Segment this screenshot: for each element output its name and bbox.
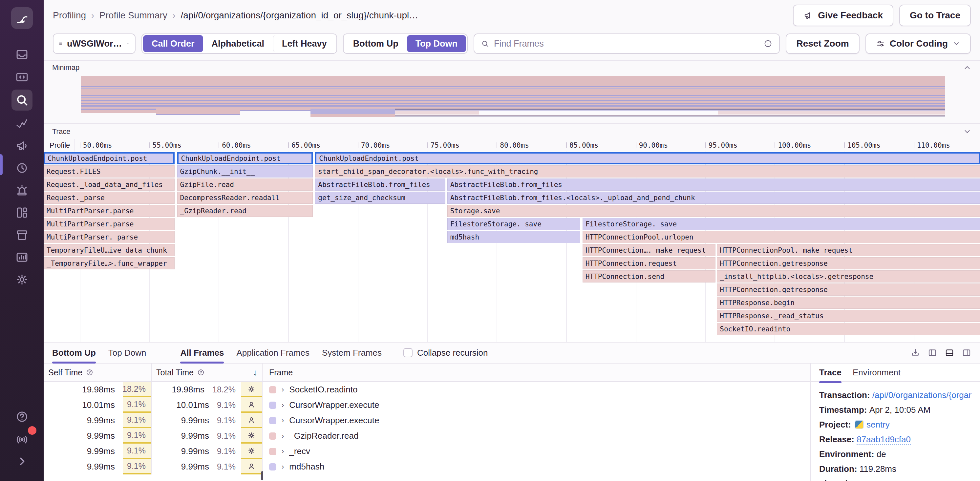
self-time-header[interactable]: Self Time: [44, 364, 152, 381]
flame-frame[interactable]: FilestoreStorage._save: [582, 218, 980, 230]
total-time-header[interactable]: Total Time ↓: [152, 364, 262, 381]
frame-name-cell[interactable]: ›_recv: [262, 444, 810, 459]
sidebar-item-explore[interactable]: [11, 90, 32, 111]
flame-frame[interactable]: get_size_and_checksum: [315, 192, 445, 204]
sidebar-item-feedback[interactable]: [11, 136, 32, 155]
minimap[interactable]: [44, 74, 980, 123]
frame-name-cell[interactable]: ›_GzipReader.read: [262, 428, 810, 444]
flame-frame[interactable]: GzipFile.read: [177, 178, 313, 190]
flame-frame[interactable]: Request._load_data_and_files: [44, 178, 175, 190]
flame-frame[interactable]: SocketIO.readinto: [717, 323, 980, 335]
flame-frame[interactable]: FilestoreStorage._save: [447, 218, 580, 230]
flame-frame[interactable]: AbstractFileBlob.from_files: [315, 178, 445, 190]
reset-zoom-button[interactable]: Reset Zoom: [786, 33, 859, 54]
flame-frame[interactable]: HTTPConnection.getresponse: [717, 257, 980, 269]
frame-header[interactable]: Frame: [262, 364, 810, 381]
table-row[interactable]: 9.99ms9.1%9.99ms9.1%›CursorWrapper.execu…: [44, 413, 810, 428]
sidebar-item-stats[interactable]: [11, 248, 32, 267]
flame-frame[interactable]: HTTPResponse.begin: [717, 297, 980, 309]
scrollbar-thumb[interactable]: [261, 471, 263, 480]
layout-bottom-icon[interactable]: [945, 348, 955, 358]
flame-frame[interactable]: HTTPConnection.getresponse: [717, 284, 980, 295]
expand-chevron-icon[interactable]: ›: [282, 447, 284, 456]
breadcrumb-profile-summary[interactable]: Profile Summary: [99, 10, 167, 21]
flame-frame[interactable]: start_child_span_decorator.<locals>.func…: [315, 165, 980, 178]
flame-frame[interactable]: MultiPartParser.parse: [44, 205, 175, 217]
expand-chevron-icon[interactable]: ›: [282, 463, 284, 471]
flame-frame[interactable]: Request._parse: [44, 192, 175, 204]
sidebar-item-issues[interactable]: [11, 45, 32, 64]
flame-frame[interactable]: HTTPConnection…._make_request: [582, 244, 716, 256]
flame-frame[interactable]: HTTPConnectionPool.urlopen: [582, 231, 980, 243]
find-frames-input[interactable]: [494, 39, 759, 49]
tab-application-frames[interactable]: Application Frames: [236, 342, 310, 363]
expand-chevron-icon[interactable]: ›: [282, 386, 284, 394]
flame-frame[interactable]: TemporaryFileU…ive_data_chunk: [44, 244, 175, 256]
give-feedback-button[interactable]: Give Feedback: [793, 5, 893, 26]
tab-top-down[interactable]: Top Down: [108, 342, 146, 363]
flame-frame[interactable]: ChunkUploadEndpoint.post: [315, 152, 980, 164]
collapse-recursion-checkbox[interactable]: [403, 348, 412, 357]
expand-chevron-icon[interactable]: ›: [282, 432, 284, 440]
flame-frame[interactable]: AbstractFileBlob.from_files.<locals>._up…: [447, 192, 980, 204]
tab-system-frames[interactable]: System Frames: [322, 342, 382, 363]
minimap-viewport[interactable]: [395, 109, 945, 116]
expand-chevron-icon[interactable]: ›: [282, 401, 284, 410]
direction-bottom-up[interactable]: Bottom Up: [345, 35, 407, 52]
detail-field-value[interactable]: 87aab1d9cfa0: [857, 434, 911, 445]
sidebar-item-alerts[interactable]: [11, 181, 32, 200]
go-to-trace-button[interactable]: Go to Trace: [899, 5, 971, 26]
breadcrumb-profiling[interactable]: Profiling: [53, 10, 86, 21]
chevron-down-icon[interactable]: [963, 127, 972, 136]
flame-frame[interactable]: HTTPConnection.request: [582, 257, 716, 269]
flame-frame[interactable]: DecompressReader.readall: [177, 192, 313, 204]
table-row[interactable]: 9.99ms9.1%9.99ms9.1%›_recv: [44, 444, 810, 459]
sidebar-item-dashboards[interactable]: [11, 203, 32, 222]
sidebar-item-settings[interactable]: [11, 270, 32, 289]
detail-field-value[interactable]: sentry: [867, 420, 890, 430]
table-row[interactable]: 9.99ms9.1%9.99ms9.1%›md5hash: [44, 459, 810, 475]
sentry-logo[interactable]: [11, 7, 33, 29]
frame-name-cell[interactable]: ›CursorWrapper.execute: [262, 397, 810, 413]
direction-top-down[interactable]: Top Down: [407, 35, 466, 52]
flame-frame[interactable]: MultiPartParser._parse: [44, 231, 175, 243]
flame-frame[interactable]: _GzipReader.read: [177, 205, 313, 217]
frame-name-cell[interactable]: ›md5hash: [262, 459, 810, 475]
chevron-up-icon[interactable]: [963, 63, 972, 72]
detail-field-value[interactable]: /api/0/organizations/{organ…: [872, 390, 972, 400]
flame-frame[interactable]: HTTPConnectionPool._make_request: [717, 244, 980, 256]
flame-frame[interactable]: md5hash: [447, 231, 580, 243]
flame-frame[interactable]: HTTPResponse._read_status: [717, 310, 980, 322]
color-coding-button[interactable]: Color Coding: [865, 33, 971, 54]
sort-call-order[interactable]: Call Order: [143, 35, 203, 52]
tab-all-frames[interactable]: All Frames: [180, 342, 224, 363]
panel-tab-environment[interactable]: Environment: [853, 364, 900, 383]
info-icon[interactable]: [764, 39, 773, 48]
download-icon[interactable]: [910, 348, 920, 358]
panel-tab-trace[interactable]: Trace: [819, 364, 842, 383]
flame-frame[interactable]: MultiPartParser.parse: [44, 218, 175, 230]
flame-frame[interactable]: GzipChunk.__init__: [177, 165, 313, 178]
table-row[interactable]: 19.98ms18.2%19.98ms18.2%›SocketIO.readin…: [44, 382, 810, 397]
flame-frame[interactable]: _install_httplib.<locals>.getresponse: [717, 270, 980, 283]
layout-left-icon[interactable]: [928, 348, 937, 358]
flame-frame[interactable]: Storage.save: [447, 205, 980, 217]
sort-alphabetical[interactable]: Alphabetical: [203, 35, 273, 52]
flamegraph[interactable]: ChunkUploadEndpoint.postChunkUploadEndpo…: [44, 152, 980, 342]
flame-frame[interactable]: ChunkUploadEndpoint.post: [177, 152, 313, 164]
help-button[interactable]: [11, 407, 32, 426]
expand-chevron-icon[interactable]: ›: [282, 416, 284, 425]
layout-right-icon[interactable]: [962, 348, 972, 358]
flame-frame[interactable]: HTTPConnection.send: [582, 270, 716, 283]
frame-name-cell[interactable]: ›SocketIO.readinto: [262, 382, 810, 397]
frame-name-cell[interactable]: ›CursorWrapper.execute: [262, 413, 810, 428]
table-row[interactable]: 10.01ms9.1%10.01ms9.1%›CursorWrapper.exe…: [44, 397, 810, 413]
sidebar-item-projects[interactable]: [11, 67, 32, 86]
sort-left-heavy[interactable]: Left Heavy: [273, 35, 336, 52]
flame-frame[interactable]: AbstractFileBlob.from_files: [447, 178, 980, 190]
sidebar-item-replays[interactable]: [11, 159, 32, 178]
whats-new-button[interactable]: [11, 430, 32, 449]
flame-frame[interactable]: ChunkUploadEndpoint.post: [44, 152, 175, 164]
sidebar-item-releases[interactable]: [11, 225, 32, 244]
flame-frame[interactable]: Request.FILES: [44, 165, 175, 178]
